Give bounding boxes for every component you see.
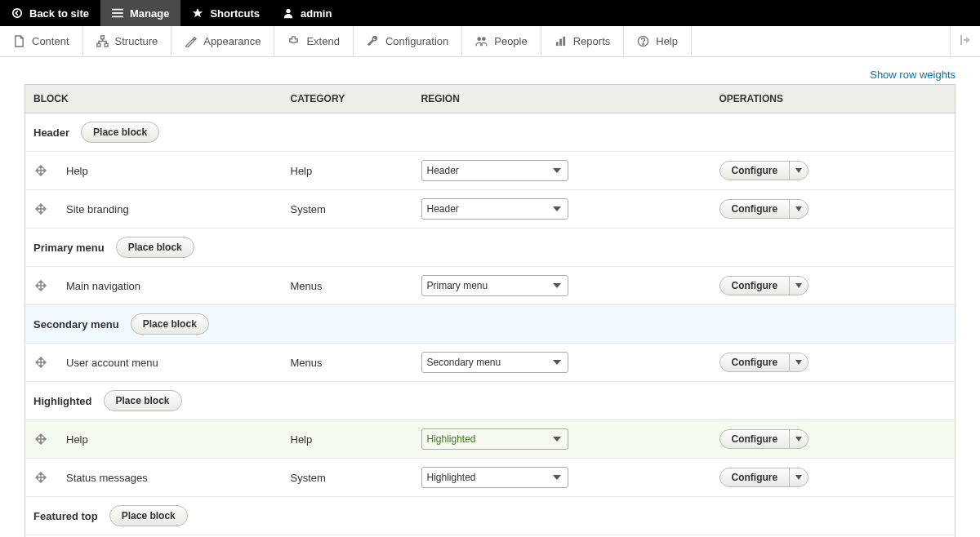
th-category: Category (283, 85, 413, 113)
block-row: Status messagesSystemHeaderPrimary menuS… (25, 459, 956, 497)
admin-menu-configuration[interactable]: Configuration (354, 26, 462, 56)
svg-point-15 (643, 44, 644, 45)
admin-menu-extend-label: Extend (306, 35, 339, 47)
configure-button[interactable]: Configure (720, 277, 791, 295)
th-region: Region (413, 85, 711, 113)
toolbar-back[interactable]: Back to site (0, 0, 100, 26)
svg-point-5 (286, 9, 290, 13)
configure-button[interactable]: Configure (720, 200, 791, 218)
appearance-icon (185, 35, 197, 47)
region-row: Featured topPlace block (25, 497, 956, 535)
block-category: System (283, 459, 413, 497)
admin-menu-help[interactable]: Help (624, 26, 692, 56)
svg-rect-12 (559, 39, 562, 46)
user-icon (283, 7, 294, 19)
show-row-weights-link[interactable]: Show row weights (870, 69, 956, 81)
block-name: Help (66, 433, 88, 446)
svg-marker-22 (795, 475, 802, 480)
configure-button[interactable]: Configure (720, 353, 791, 371)
region-select[interactable]: HeaderPrimary menuSecondary menuHighligh… (421, 275, 568, 296)
region-label: Primary menu (33, 242, 105, 254)
configure-dropbutton: Configure (719, 161, 809, 180)
dropbutton-toggle[interactable] (790, 468, 808, 486)
configure-button[interactable]: Configure (720, 468, 791, 486)
configure-dropbutton: Configure (719, 353, 809, 372)
svg-rect-16 (960, 35, 962, 45)
drag-handle-icon[interactable] (35, 165, 47, 176)
people-icon (475, 35, 488, 47)
admin-menu-appearance[interactable]: Appearance (172, 26, 274, 56)
region-row: Secondary menuPlace block (25, 305, 956, 344)
admin-menu-content[interactable]: Content (0, 26, 83, 56)
configure-button[interactable]: Configure (720, 430, 791, 448)
block-row: HelpHelpHeaderPrimary menuSecondary menu… (25, 152, 956, 190)
region-label: Secondary menu (33, 318, 119, 331)
block-row: Site brandingSystemHeaderPrimary menuSec… (25, 190, 956, 229)
admin-menu-reports[interactable]: Reports (541, 26, 625, 56)
admin-menu-help-label: Help (656, 35, 678, 47)
dropbutton-toggle[interactable] (790, 277, 808, 295)
drag-handle-icon[interactable] (35, 280, 47, 291)
toolbar-user[interactable]: admin (271, 0, 343, 26)
svg-point-9 (478, 37, 482, 41)
admin-menu-extend[interactable]: Extend (274, 26, 353, 56)
svg-rect-3 (112, 16, 123, 18)
configure-dropbutton: Configure (719, 468, 809, 487)
th-operations: Operations (711, 85, 956, 113)
admin-menu: Content Structure Appearance Extend Conf… (0, 26, 980, 57)
dropbutton-toggle[interactable] (790, 200, 808, 218)
admin-menu-structure[interactable]: Structure (83, 26, 172, 56)
place-block-button[interactable]: Place block (104, 390, 182, 411)
block-row: HelpHelpHeaderPrimary menuSecondary menu… (25, 420, 956, 459)
dropbutton-toggle[interactable] (790, 430, 808, 448)
dropbutton-toggle[interactable] (790, 353, 808, 371)
collapse-icon (959, 33, 972, 49)
block-category: Menus (283, 267, 413, 305)
toolbar-shortcuts-label: Shortcuts (210, 7, 260, 20)
admin-menu-people-label: People (494, 35, 527, 47)
reports-icon (555, 35, 567, 47)
admin-menu-appearance-label: Appearance (203, 35, 261, 47)
dropbutton-toggle[interactable] (790, 162, 808, 180)
admin-menu-content-label: Content (32, 35, 69, 47)
toolbar-manage[interactable]: Manage (100, 0, 180, 26)
svg-marker-19 (795, 283, 802, 288)
region-select[interactable]: HeaderPrimary menuSecondary menuHighligh… (421, 428, 568, 450)
wrench-icon (367, 35, 379, 47)
block-category: System (283, 190, 413, 229)
drag-handle-icon[interactable] (35, 203, 47, 215)
configure-dropbutton: Configure (719, 276, 809, 295)
drag-handle-icon[interactable] (35, 472, 47, 483)
place-block-button[interactable]: Place block (81, 122, 159, 143)
region-row: HeaderPlace block (25, 113, 956, 152)
admin-menu-people[interactable]: People (462, 26, 541, 56)
drag-handle-icon[interactable] (35, 357, 47, 368)
block-name: Site branding (66, 203, 129, 215)
drag-handle-icon[interactable] (35, 433, 47, 445)
toolbar-shortcuts[interactable]: Shortcuts (180, 0, 271, 26)
place-block-button[interactable]: Place block (131, 313, 209, 335)
region-select[interactable]: HeaderPrimary menuSecondary menuHighligh… (421, 467, 568, 488)
region-label: Highlighted (33, 395, 92, 407)
svg-rect-6 (100, 36, 104, 39)
admin-menu-structure-label: Structure (115, 35, 158, 47)
region-select[interactable]: HeaderPrimary menuSecondary menuHighligh… (421, 352, 568, 373)
svg-marker-17 (795, 168, 802, 173)
place-block-button[interactable]: Place block (109, 505, 188, 526)
block-row: User account menuMenusHeaderPrimary menu… (25, 344, 956, 382)
configure-button[interactable]: Configure (720, 162, 791, 180)
block-row: Main navigationMenusHeaderPrimary menuSe… (25, 267, 956, 305)
place-block-button[interactable]: Place block (116, 237, 194, 258)
region-select[interactable]: HeaderPrimary menuSecondary menuHighligh… (421, 198, 568, 220)
svg-marker-18 (795, 206, 802, 211)
admin-menu-collapse[interactable] (950, 26, 980, 56)
configure-dropbutton: Configure (719, 429, 809, 449)
toolbar: Back to site Manage Shortcuts admin (0, 0, 980, 26)
content-icon (13, 35, 25, 47)
configure-dropbutton: Configure (719, 199, 809, 219)
svg-rect-7 (96, 43, 100, 47)
block-name: Main navigation (66, 280, 140, 292)
svg-marker-21 (795, 437, 802, 442)
toolbar-back-label: Back to site (29, 7, 89, 20)
region-select[interactable]: HeaderPrimary menuSecondary menuHighligh… (421, 160, 568, 181)
